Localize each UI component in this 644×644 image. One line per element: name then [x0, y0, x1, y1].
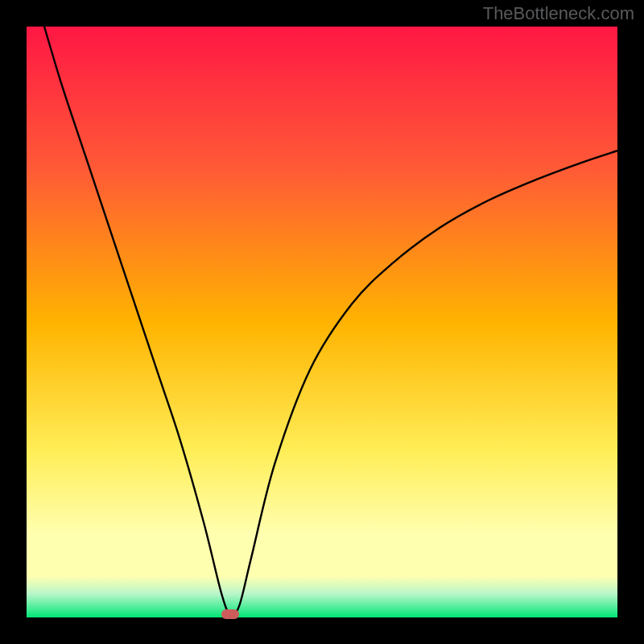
watermark-text: TheBottleneck.com [483, 3, 634, 24]
plot-area [27, 27, 617, 617]
bottleneck-curve [27, 27, 617, 617]
optimal-marker [221, 609, 239, 619]
